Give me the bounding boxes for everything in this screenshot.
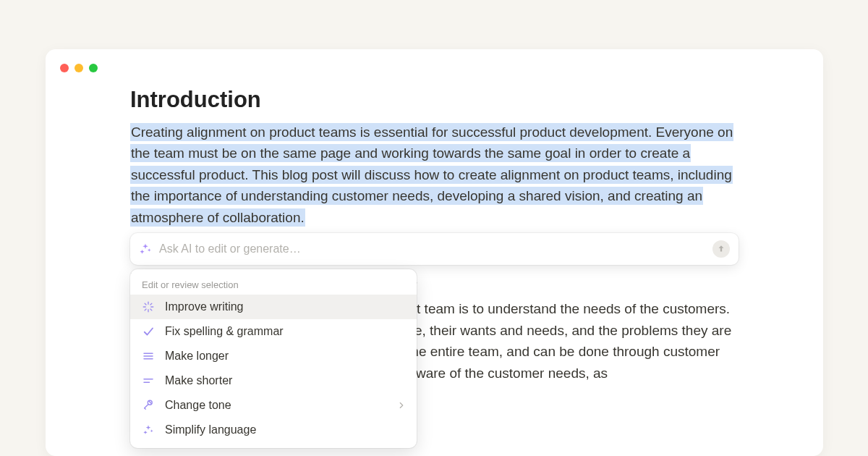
menu-section-header: Edit or review selection — [130, 274, 417, 295]
maximize-window-icon[interactable] — [89, 64, 98, 72]
minimize-window-icon[interactable] — [75, 64, 83, 72]
chevron-right-icon — [396, 400, 407, 410]
svg-line-7 — [150, 303, 152, 305]
arrow-up-icon — [716, 244, 726, 254]
improve-icon — [140, 299, 156, 315]
ai-prompt-bar[interactable] — [130, 233, 739, 265]
svg-line-6 — [145, 309, 146, 311]
intro-paragraph[interactable]: Creating alignment on product teams is e… — [130, 122, 739, 228]
lines-long-icon — [140, 348, 156, 364]
sparkle-icon — [140, 422, 156, 438]
menu-item-label: Make shorter — [165, 374, 232, 387]
menu-item-make-longer[interactable]: Make longer — [130, 344, 417, 368]
menu-item-label: Fix spelling & grammar — [165, 325, 284, 338]
menu-item-simplify[interactable]: Simplify language — [130, 418, 417, 442]
menu-item-label: Change tone — [165, 399, 231, 412]
menu-item-fix-spelling[interactable]: Fix spelling & grammar — [130, 319, 417, 344]
menu-item-label: Improve writing — [165, 300, 243, 313]
lines-short-icon — [140, 373, 156, 389]
menu-item-make-shorter[interactable]: Make shorter — [130, 368, 417, 393]
svg-line-15 — [145, 408, 146, 410]
menu-item-label: Make longer — [165, 350, 229, 363]
window-controls — [60, 64, 98, 72]
page-title: Introduction — [130, 87, 739, 113]
svg-line-5 — [150, 309, 152, 311]
microphone-icon — [140, 397, 156, 413]
sparkle-icon — [139, 242, 152, 256]
check-icon — [140, 324, 156, 339]
ai-prompt-input[interactable] — [159, 242, 712, 256]
submit-button[interactable] — [712, 240, 730, 258]
svg-line-4 — [145, 303, 146, 305]
ai-actions-menu: Edit or review selection Improve writing… — [130, 269, 417, 448]
menu-item-label: Simplify language — [165, 423, 256, 436]
svg-line-14 — [145, 405, 148, 408]
menu-item-improve-writing[interactable]: Improve writing — [130, 295, 417, 319]
selected-text[interactable]: Creating alignment on product teams is e… — [130, 123, 733, 227]
close-window-icon[interactable] — [60, 64, 69, 72]
app-window: Introduction Creating alignment on produ… — [46, 49, 823, 456]
menu-item-change-tone[interactable]: Change tone — [130, 393, 417, 418]
